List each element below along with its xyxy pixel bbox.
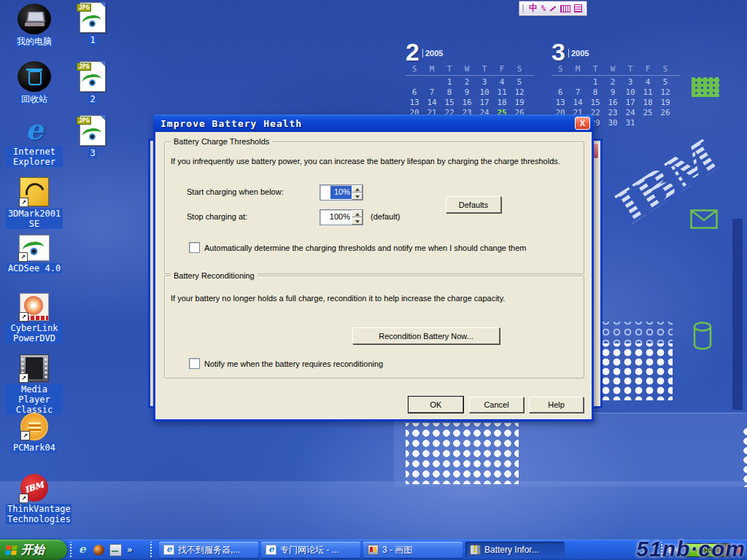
spin-up-button[interactable] [352,210,363,217]
task-button[interactable]: 找不到服务器,... [159,542,258,558]
auto-determine-checkbox[interactable] [189,242,200,253]
show-desktop-icon[interactable] [109,544,122,556]
desktop-item-jpg-file[interactable]: JPG1 [64,2,121,46]
start-charging-spinner[interactable]: 10% [320,184,363,201]
calendar-day: 8 [441,88,458,97]
calendar-day: 17 [622,98,639,107]
close-button[interactable]: X [575,117,590,130]
calendar-weekday: F [493,64,511,74]
taskbar-grip[interactable] [69,542,73,558]
jpg-file-icon[interactable]: JPG [80,2,106,33]
desktop-icon-label[interactable]: 3 [88,148,96,158]
calendar-day: 7 [423,88,441,97]
recycle-bin-icon[interactable] [18,61,51,92]
calendar-day: 14 [423,98,441,107]
start-button[interactable]: 开始 [0,540,67,560]
desktop-icon-label[interactable]: CyberLink PowerDVD [6,323,63,343]
cancel-button[interactable]: Cancel [469,397,524,413]
calendar-weekday: T [441,64,458,74]
task-button[interactable]: Battery Infor... [465,542,565,558]
stop-charging-spinner[interactable]: 100% [320,209,363,225]
ime-pen-icon[interactable] [550,6,557,12]
3dmark2001-icon[interactable] [20,177,49,206]
desktop-icon-label[interactable]: Internet Explorer [6,147,63,167]
ime-chinese-mode-icon[interactable]: 中 [529,3,538,14]
pcmark04-icon[interactable] [20,413,48,440]
my-computer-icon[interactable] [18,4,51,34]
start-charging-value[interactable]: 10% [330,186,352,199]
laptop-screen-shape [26,12,46,23]
desktop-item-jpg-file[interactable]: JPG2 [64,61,121,105]
desktop-item-recycle-bin[interactable]: 回收站 [6,61,63,105]
dot-grid-pattern [595,343,673,400]
calendar-day: 19 [511,98,528,107]
calendar-day: 5 [657,77,674,87]
powerdvd-icon[interactable] [20,293,49,321]
calendar-day: 10 [476,88,493,97]
ime-keyboard-icon[interactable] [560,5,570,12]
internet-explorer-icon[interactable]: e [19,115,50,144]
dialog-titlebar[interactable]: Improve Battery Health X [153,114,594,132]
calendar-day: 18 [493,98,511,107]
desktop-icon-label[interactable]: PCMark04 [12,443,57,453]
battery-alert-icon [470,545,481,555]
defaults-button[interactable]: Defaults [446,196,501,213]
task-button[interactable]: 专门网论坛 - ... [261,542,360,558]
thinkvantage-icon[interactable]: IBM [20,474,48,502]
spin-up-button[interactable] [352,185,363,192]
desktop-icon-label[interactable]: 1 [88,35,96,45]
calendar-day: 26 [657,108,674,117]
desktop-item-pcmark04[interactable]: PCMark04 [6,413,63,454]
paint-icon [368,545,379,555]
ok-button[interactable]: OK [409,397,463,413]
desktop-icon-label[interactable]: 3DMark2001 SE [6,209,63,229]
calendar-day: 17 [476,98,493,107]
desktop-item-my-computer[interactable]: 我的电脑 [6,4,63,47]
calendar-day: 11 [639,88,657,97]
ime-grip[interactable] [522,4,525,12]
desktop-icon-label[interactable]: 2 [88,94,96,104]
media-player-icon[interactable] [93,545,104,556]
ie-page-icon [266,545,276,555]
laptop-base-shape [25,23,44,26]
desktop-item-powerdvd[interactable]: CyberLink PowerDVD [6,293,63,344]
quick-launch-area: » [74,540,147,560]
spin-down-button[interactable] [352,217,363,225]
desktop-item-jpg-file[interactable]: JPG3 [64,115,121,159]
stop-charging-value[interactable]: 100% [320,210,352,225]
quick-launch-overflow-chevron[interactable]: » [127,545,133,555]
ime-menu-icon[interactable] [574,4,582,12]
calendar-day: 5 [511,77,528,87]
calendar-day: 14 [569,98,587,107]
desktop-icon-label[interactable]: 我的电脑 [15,36,53,47]
help-button[interactable]: Help [529,397,584,413]
notify-reconditioning-checkbox[interactable] [189,358,200,369]
spin-down-button[interactable] [352,192,363,200]
taskbar-grip[interactable] [149,542,153,558]
desktop-icon-label[interactable]: Media Player Classic [6,384,63,415]
desktop-icon-label[interactable]: ThinkVantage Technologies [6,504,71,524]
task-button[interactable]: 3 - 画图 [363,542,462,558]
wallpaper-strip [732,219,743,410]
desktop-icon-label[interactable]: 回收站 [20,94,49,104]
calendar-weekday: S [551,64,569,74]
recondition-battery-button[interactable]: Recondition Battery Now... [352,327,500,344]
acdsee-icon[interactable] [19,235,50,261]
desktop-item-internet-explorer[interactable]: eInternet Explorer [6,115,63,168]
windows-flag-icon [5,545,18,555]
desktop-item-thinkvantage[interactable]: IBMThinkVantage Technologies [6,474,63,525]
calendar-day: 25 [639,108,657,117]
jpg-file-icon[interactable]: JPG [80,115,106,146]
calendar-day: 15 [441,98,458,107]
desktop-item-acdsee[interactable]: ACDSee 4.0 [6,235,63,274]
desktop-item-media-player-classic[interactable]: Media Player Classic [6,354,63,416]
ime-fullwidth-icon[interactable]: % [541,4,546,12]
desktop-item-3dmark2001[interactable]: 3DMark2001 SE [6,177,63,230]
jpg-badge: JPG [77,117,91,125]
media-player-classic-icon[interactable] [20,354,49,382]
internet-explorer-icon[interactable] [77,545,88,556]
ime-language-bar[interactable]: 中 % [519,1,587,15]
desktop-icon-label[interactable]: ACDSee 4.0 [7,263,62,273]
jpg-file-icon[interactable]: JPG [80,61,106,92]
shortcut-arrow-icon [19,312,28,322]
